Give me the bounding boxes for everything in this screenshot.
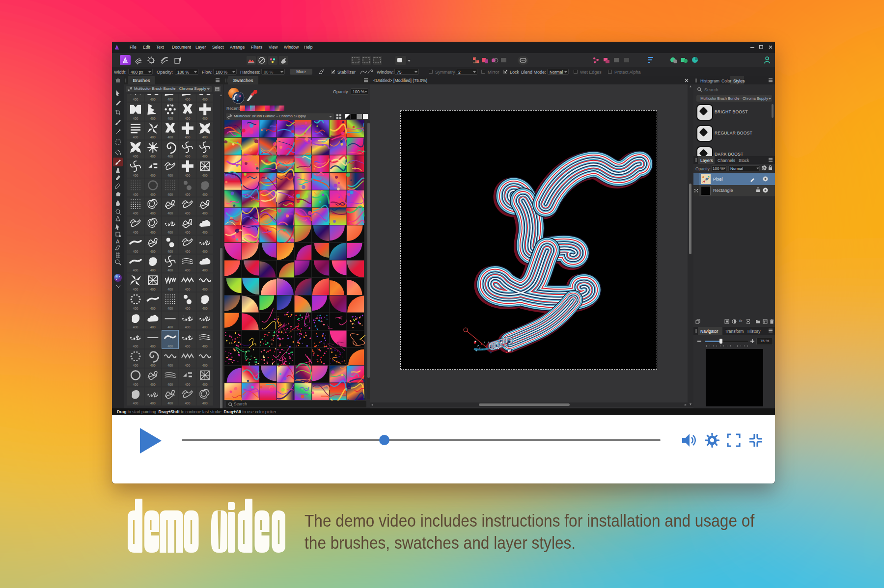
svg-text:400: 400 xyxy=(133,231,138,234)
svg-text:400: 400 xyxy=(185,250,190,253)
svg-text:400: 400 xyxy=(133,383,138,386)
svg-text:400: 400 xyxy=(185,268,190,272)
svg-text:400: 400 xyxy=(150,325,156,329)
svg-text:400: 400 xyxy=(133,193,138,196)
svg-text:400: 400 xyxy=(185,231,190,234)
svg-text:400: 400 xyxy=(185,193,190,196)
svg-text:400: 400 xyxy=(202,193,208,196)
svg-text:400: 400 xyxy=(150,135,156,139)
svg-text:400: 400 xyxy=(167,174,173,177)
svg-text:400: 400 xyxy=(133,155,138,158)
svg-text:400: 400 xyxy=(185,174,190,177)
svg-text:400: 400 xyxy=(202,345,208,348)
svg-text:400: 400 xyxy=(133,364,138,367)
svg-text:400: 400 xyxy=(202,135,208,139)
svg-text:400: 400 xyxy=(202,98,208,101)
svg-text:400: 400 xyxy=(202,155,208,158)
svg-text:A: A xyxy=(116,239,120,244)
svg-text:400: 400 xyxy=(185,345,190,348)
svg-text:400: 400 xyxy=(150,117,156,120)
svg-text:400: 400 xyxy=(185,325,190,329)
svg-text:400: 400 xyxy=(202,401,208,405)
svg-text:400: 400 xyxy=(167,155,173,158)
svg-text:400: 400 xyxy=(133,345,138,348)
svg-text:400: 400 xyxy=(133,307,138,310)
svg-text:400: 400 xyxy=(150,250,156,253)
svg-text:400: 400 xyxy=(167,307,173,310)
svg-text:400: 400 xyxy=(167,135,173,139)
svg-text:400: 400 xyxy=(167,193,173,196)
svg-text:400: 400 xyxy=(185,364,190,367)
svg-text:400: 400 xyxy=(133,401,138,405)
svg-text:400: 400 xyxy=(133,268,138,272)
svg-text:400: 400 xyxy=(150,231,156,234)
svg-text:400: 400 xyxy=(133,98,138,101)
svg-text:400: 400 xyxy=(185,288,190,291)
svg-text:400: 400 xyxy=(167,383,173,386)
svg-text:400: 400 xyxy=(167,268,173,272)
svg-text:400: 400 xyxy=(133,117,138,120)
svg-text:400: 400 xyxy=(150,383,156,386)
svg-text:400: 400 xyxy=(167,117,173,120)
svg-text:400: 400 xyxy=(150,98,156,101)
svg-text:400: 400 xyxy=(185,135,190,139)
svg-text:400: 400 xyxy=(202,268,208,272)
svg-text:400: 400 xyxy=(167,288,173,291)
svg-text:400: 400 xyxy=(167,401,173,405)
svg-text:400: 400 xyxy=(167,231,173,234)
svg-text:400: 400 xyxy=(150,174,156,177)
svg-text:400: 400 xyxy=(185,383,190,386)
svg-text:400: 400 xyxy=(202,383,208,386)
svg-text:400: 400 xyxy=(133,174,138,177)
svg-text:400: 400 xyxy=(133,288,138,291)
svg-text:400: 400 xyxy=(185,98,190,101)
svg-text:400: 400 xyxy=(202,212,208,215)
svg-text:400: 400 xyxy=(202,231,208,234)
svg-text:400: 400 xyxy=(202,288,208,291)
svg-text:400: 400 xyxy=(185,212,190,215)
svg-text:400: 400 xyxy=(150,193,156,196)
svg-text:400: 400 xyxy=(167,364,173,367)
svg-text:400: 400 xyxy=(150,364,156,367)
svg-text:400: 400 xyxy=(202,174,208,177)
svg-text:400: 400 xyxy=(202,325,208,329)
svg-text:400: 400 xyxy=(202,307,208,310)
svg-text:400: 400 xyxy=(150,268,156,272)
svg-text:400: 400 xyxy=(167,212,173,215)
svg-text:400: 400 xyxy=(150,212,156,215)
svg-text:400: 400 xyxy=(133,325,138,329)
svg-text:400: 400 xyxy=(150,401,156,405)
svg-text:400: 400 xyxy=(185,155,190,158)
svg-text:400: 400 xyxy=(133,250,138,253)
svg-text:400: 400 xyxy=(167,250,173,253)
svg-text:400: 400 xyxy=(150,288,156,291)
svg-text:400: 400 xyxy=(167,325,173,329)
svg-text:400: 400 xyxy=(150,155,156,158)
svg-text:400: 400 xyxy=(133,135,138,139)
svg-text:400: 400 xyxy=(167,345,173,348)
svg-text:400: 400 xyxy=(150,345,156,348)
svg-text:400: 400 xyxy=(185,307,190,310)
svg-text:400: 400 xyxy=(167,98,173,101)
svg-text:400: 400 xyxy=(150,307,156,310)
svg-text:400: 400 xyxy=(133,212,138,215)
svg-text:400: 400 xyxy=(202,364,208,367)
svg-text:400: 400 xyxy=(202,250,208,253)
svg-text:400: 400 xyxy=(185,117,190,120)
svg-text:400: 400 xyxy=(185,401,190,405)
svg-text:400: 400 xyxy=(202,117,208,120)
